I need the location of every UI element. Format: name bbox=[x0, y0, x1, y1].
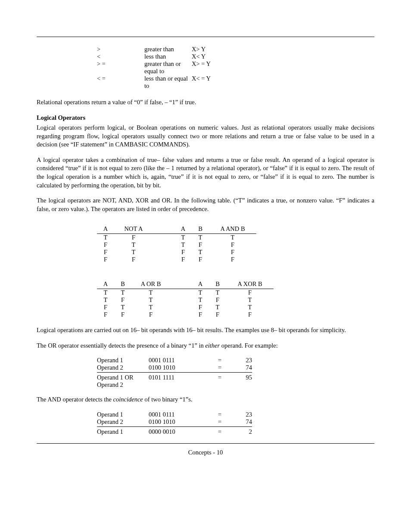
section-heading: Logical Operators bbox=[37, 114, 374, 122]
rule bbox=[97, 372, 252, 373]
paragraph: The logical operators are NOT, AND, XOR … bbox=[37, 196, 374, 213]
table-row: Operand 10001 0111=23 bbox=[97, 411, 374, 418]
op-example: X< Y bbox=[192, 53, 243, 60]
paragraph: Logical operations are carried out on 16… bbox=[37, 326, 374, 335]
text: The AND operator detects the bbox=[37, 396, 113, 403]
table-row: Operand 20100 1010=74 bbox=[97, 364, 374, 371]
text: The OR operator essentially detects the … bbox=[37, 342, 205, 349]
table-row: FFFFFF bbox=[97, 311, 374, 318]
bottom-rule bbox=[37, 443, 374, 444]
col-header: A bbox=[97, 280, 114, 289]
col-header: A AND B bbox=[209, 225, 256, 234]
table-row: < = less than or equal to X< = Y bbox=[97, 75, 374, 90]
col-header: B bbox=[114, 280, 131, 289]
table-row: TTTTTF bbox=[97, 289, 374, 296]
relational-ops-table: > greater than X> Y < less than X< Y > =… bbox=[97, 46, 374, 90]
col-header: A XOR B bbox=[226, 280, 274, 289]
truth-table-not-and: A NOT A A B A AND B TFTTT FTTFF FTFTF FF… bbox=[97, 225, 374, 263]
op-desc: less than bbox=[144, 53, 192, 60]
col-header: A OR B bbox=[131, 280, 170, 289]
table-row: FFFFF bbox=[97, 256, 374, 263]
text: operand. For example: bbox=[220, 342, 278, 349]
table-row: FTFTF bbox=[97, 249, 374, 256]
paragraph: Logical operators perform logical, or Bo… bbox=[37, 124, 374, 149]
paragraph: The OR operator essentially detects the … bbox=[37, 342, 374, 350]
table-row: Operand 20100 1010=74 bbox=[97, 418, 374, 426]
table-row: Operand 10000 0010=2 bbox=[97, 428, 374, 436]
op-example: X> = Y bbox=[192, 60, 243, 75]
emphasis: coincidence bbox=[113, 396, 143, 403]
col-header: NOT A bbox=[114, 225, 153, 234]
col-header: A bbox=[97, 225, 114, 234]
op-desc: greater than bbox=[144, 46, 192, 53]
spacer bbox=[153, 225, 174, 234]
table-row: TFTTT bbox=[97, 234, 374, 241]
col-header: A bbox=[174, 225, 192, 234]
op-desc: greater than or equal to bbox=[144, 60, 192, 75]
table-row: Operand 10001 0111=23 bbox=[97, 357, 374, 364]
op-example: X> Y bbox=[192, 46, 243, 53]
paragraph: A logical operator takes a combination o… bbox=[37, 156, 374, 190]
table-row: Operand 1 OR Operand 20101 1111=95 bbox=[97, 374, 374, 389]
table-row: FTTFTT bbox=[97, 304, 374, 311]
or-example-table: Operand 10001 0111=23 Operand 20100 1010… bbox=[97, 357, 374, 389]
op-symbol: > bbox=[97, 46, 144, 53]
table-row: < less than X< Y bbox=[97, 53, 374, 60]
col-header: A bbox=[192, 280, 209, 289]
page: > greater than X> Y < less than X< Y > =… bbox=[0, 0, 411, 532]
table-row: > = greater than or equal to X> = Y bbox=[97, 60, 374, 75]
top-rule bbox=[37, 37, 374, 37]
col-header: B bbox=[192, 225, 209, 234]
op-symbol: > = bbox=[97, 60, 144, 75]
emphasis: either bbox=[205, 342, 220, 349]
table-row: TFTTFT bbox=[97, 296, 374, 304]
table-row: FTTFF bbox=[97, 241, 374, 249]
col-header: B bbox=[209, 280, 226, 289]
table-header: A NOT A A B A AND B bbox=[97, 225, 374, 234]
op-example: X< = Y bbox=[192, 75, 243, 90]
op-symbol: < = bbox=[97, 75, 144, 90]
and-example-table: Operand 10001 0111=23 Operand 20100 1010… bbox=[97, 411, 374, 436]
op-desc: less than or equal to bbox=[144, 75, 192, 90]
table-row: > greater than X> Y bbox=[97, 46, 374, 53]
spacer bbox=[170, 280, 192, 289]
text: of two binary “1”s. bbox=[143, 396, 193, 403]
op-symbol: < bbox=[97, 53, 144, 60]
paragraph: The AND operator detects the coincidence… bbox=[37, 395, 374, 404]
rule bbox=[97, 426, 252, 427]
table-header: A B A OR B A B A XOR B bbox=[97, 280, 374, 289]
truth-table-or-xor: A B A OR B A B A XOR B TTTTTF TFTTFT FTT… bbox=[97, 280, 374, 318]
paragraph: Relational operations return a value of … bbox=[37, 98, 374, 107]
page-footer: Concepts - 10 bbox=[37, 449, 374, 456]
